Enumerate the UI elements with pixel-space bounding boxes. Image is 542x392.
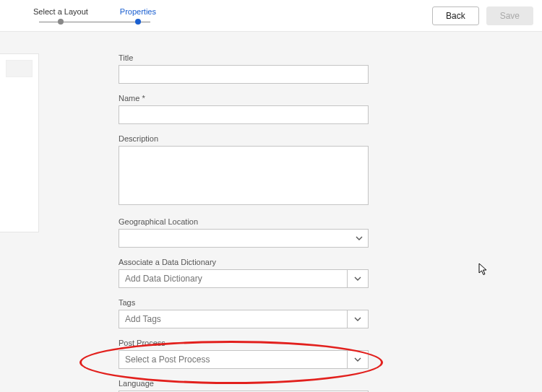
save-button: Save <box>486 6 533 25</box>
layout-thumbnail <box>6 60 33 77</box>
chevron-down-icon <box>354 317 361 321</box>
field-title: Title <box>119 53 513 84</box>
dict-label: Associate a Data Dictionary <box>119 258 513 266</box>
lang-label: Language <box>119 379 513 388</box>
name-label: Name * <box>119 94 513 103</box>
dict-dropdown-toggle[interactable] <box>347 269 369 288</box>
field-name: Name * <box>119 94 513 124</box>
post-input[interactable] <box>119 350 347 369</box>
geo-label: Geographical Location <box>119 217 513 226</box>
title-input[interactable] <box>119 65 369 84</box>
top-bar: Select a Layout Properties Back Save <box>0 0 542 32</box>
tags-combo <box>119 310 369 328</box>
layout-preview-card[interactable] <box>0 53 39 232</box>
step-properties[interactable]: Properties <box>120 7 156 25</box>
step-dot-icon <box>58 19 64 25</box>
geo-input[interactable] <box>119 229 369 248</box>
field-data-dictionary: Associate a Data Dictionary <box>119 258 513 288</box>
properties-form: Title Name * Description Geographical Lo… <box>39 32 542 392</box>
post-combo <box>119 350 369 369</box>
field-language: Language <box>119 379 513 392</box>
workspace: Title Name * Description Geographical Lo… <box>0 32 542 392</box>
description-input[interactable] <box>119 146 369 205</box>
field-post-process: Post Process <box>119 339 513 369</box>
dict-combo <box>119 269 369 288</box>
name-input[interactable] <box>119 105 369 124</box>
top-actions: Back Save <box>432 6 533 25</box>
post-dropdown-toggle[interactable] <box>347 350 369 369</box>
chevron-down-icon <box>354 357 361 362</box>
step-select-layout[interactable]: Select a Layout <box>33 7 88 25</box>
field-description: Description <box>119 134 513 207</box>
tags-dropdown-toggle[interactable] <box>347 310 369 328</box>
tags-input[interactable] <box>119 310 347 328</box>
post-label: Post Process <box>119 339 513 347</box>
description-label: Description <box>119 134 513 143</box>
chevron-down-icon <box>354 276 361 281</box>
tags-label: Tags <box>119 298 513 307</box>
title-label: Title <box>119 53 513 62</box>
step-label: Select a Layout <box>33 7 88 16</box>
geo-select[interactable] <box>119 229 369 248</box>
step-dot-icon <box>135 19 141 25</box>
dict-input[interactable] <box>119 269 347 288</box>
field-tags: Tags <box>119 298 513 328</box>
back-button[interactable]: Back <box>432 6 479 25</box>
side-panel <box>0 32 39 392</box>
field-geographical-location: Geographical Location <box>119 217 513 248</box>
wizard-steps: Select a Layout Properties <box>33 7 156 25</box>
step-label: Properties <box>120 7 156 16</box>
